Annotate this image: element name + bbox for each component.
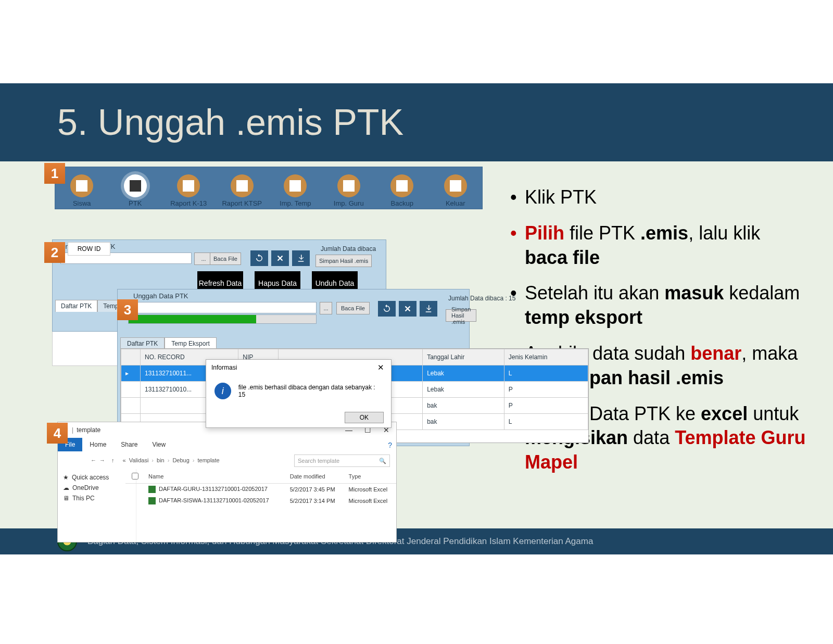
dialog-body: i file .emis berhasil dibaca dengan data… xyxy=(206,375,391,407)
toolbar-label: Backup xyxy=(391,199,413,207)
col-date[interactable]: Date modified xyxy=(286,469,345,484)
close-icon[interactable]: ✕ xyxy=(375,363,386,372)
notebook-icon xyxy=(124,174,147,197)
progress-bar xyxy=(128,314,317,324)
select-all-checkbox[interactable] xyxy=(132,473,138,479)
cloud-icon xyxy=(390,174,413,197)
toolbar-imp-guru[interactable]: Imp. Guru xyxy=(322,166,376,210)
col-tgl: Tanggal Lahir xyxy=(423,349,504,365)
search-placeholder: Search template xyxy=(298,458,339,464)
search-input[interactable]: Search template 🔍 xyxy=(294,454,390,467)
breadcrumb-item[interactable]: template xyxy=(196,457,221,463)
breadcrumb-item[interactable]: Debug xyxy=(171,457,191,463)
form3-tabs: Daftar PTK Temp Eksport xyxy=(120,337,217,349)
person-icon xyxy=(337,174,360,197)
book-icon xyxy=(177,174,200,197)
sidebar-this-pc[interactable]: 🖥This PC xyxy=(63,493,131,503)
simpan-button[interactable]: Simpan Hasil .emis xyxy=(446,309,476,322)
step-badge-2: 2 xyxy=(44,242,65,263)
exit-icon xyxy=(444,174,467,197)
baca-file-button[interactable]: Baca File xyxy=(210,252,241,265)
jumlah-label: Jumlah Data dibaca xyxy=(321,245,376,252)
refresh-button[interactable] xyxy=(250,250,268,266)
col-type[interactable]: Type xyxy=(345,469,396,484)
file-explorer: 📁 | template — ☐ ✕ File Home Share View … xyxy=(57,422,397,542)
ribbon-menu: File Home Share View xyxy=(58,438,173,451)
step-badge-4: 4 xyxy=(47,423,68,444)
book-icon xyxy=(231,174,254,197)
toolbar-raport-k13[interactable]: Raport K-13 xyxy=(162,166,216,210)
toolbar-label: Raport K-13 xyxy=(170,199,207,207)
tab-daftar-ptk[interactable]: Daftar PTK xyxy=(55,300,97,312)
bullet-item: Setelah itu akan masuk kedalam temp eksp… xyxy=(510,281,807,330)
bullet-item: Klik PTK xyxy=(510,185,807,210)
jumlah-label: Jumlah Data dibaca : 15 xyxy=(448,295,537,302)
step-badge-3: 3 xyxy=(117,299,138,320)
progress-fill xyxy=(129,315,256,323)
dialog-title: Informasi xyxy=(211,364,237,371)
delete-button[interactable] xyxy=(399,301,416,317)
app-toolbar: Siswa PTK Raport K-13 Raport KTSP Imp. T… xyxy=(55,167,483,209)
delete-button[interactable] xyxy=(271,250,289,266)
toolbar-imp-temp[interactable]: Imp. Temp xyxy=(269,166,322,210)
col-jk: Jenis Kelamin xyxy=(504,349,588,365)
menu-home[interactable]: Home xyxy=(82,441,113,448)
pc-icon: 🖥 xyxy=(63,495,69,502)
page: 5. Unggah .emis PTK 1 2 3 4 Siswa PTK Ra… xyxy=(0,0,833,644)
breadcrumb[interactable]: ←→↑ « Validasi› bin› Debug› template xyxy=(89,454,221,466)
baca-file-button[interactable]: Baca File xyxy=(336,302,370,314)
content-area: 1 2 3 4 Siswa PTK Raport K-13 Raport KTS… xyxy=(0,161,833,528)
toolbar-label: Imp. Guru xyxy=(334,199,364,207)
form3-title: Unggah Data PTK xyxy=(133,292,188,300)
excel-icon xyxy=(148,497,156,504)
toolbar-keluar[interactable]: Keluar xyxy=(429,166,483,210)
info-icon: i xyxy=(214,383,231,399)
list-header-row: Name Date modified Type xyxy=(125,469,396,484)
download-button[interactable] xyxy=(292,250,310,266)
file-list: Name Date modified Type DAFTAR-GURU-1311… xyxy=(125,469,396,542)
tab-temp-eksport[interactable]: Temp Eksport xyxy=(165,337,216,349)
excel-icon xyxy=(148,486,156,493)
toolbar-backup[interactable]: Backup xyxy=(375,166,429,210)
col-name[interactable]: Name xyxy=(144,469,286,484)
slide: 5. Unggah .emis PTK 1 2 3 4 Siswa PTK Ra… xyxy=(0,83,833,554)
menu-view[interactable]: View xyxy=(145,441,173,448)
help-icon[interactable]: ? xyxy=(388,441,392,449)
pencil-icon xyxy=(70,174,93,197)
toolbar-label: Raport KTSP xyxy=(222,199,262,207)
star-icon: ★ xyxy=(63,474,69,481)
file-row[interactable]: DAFTAR-GURU-131132710001-020520175/2/201… xyxy=(125,484,396,496)
rowid-header: ROW ID xyxy=(68,242,110,256)
sidebar-quick-access[interactable]: ★Quick access xyxy=(63,472,131,483)
info-dialog: Informasi ✕ i file .emis berhasil dibaca… xyxy=(206,359,392,428)
title-bar: 5. Unggah .emis PTK xyxy=(0,83,833,161)
dialog-titlebar: Informasi ✕ xyxy=(206,360,391,375)
tab-daftar-ptk[interactable]: Daftar PTK xyxy=(120,337,165,349)
upload-icon xyxy=(284,174,307,197)
menu-share[interactable]: Share xyxy=(113,441,145,448)
file-row[interactable]: DAFTAR-SISWA-131132710001-020520175/2/20… xyxy=(125,495,396,507)
explorer-sidebar: ★Quick access ☁OneDrive 🖥This PC xyxy=(58,469,136,542)
file-path-input[interactable] xyxy=(128,302,317,313)
ok-button[interactable]: OK xyxy=(345,412,384,423)
toolbar-label: Siswa xyxy=(73,199,91,207)
step-badge-1: 1 xyxy=(44,163,65,184)
refresh-button[interactable] xyxy=(378,301,396,317)
window-title: template xyxy=(77,426,100,434)
toolbar-ptk[interactable]: PTK xyxy=(109,166,162,210)
col-marker xyxy=(121,349,141,365)
download-button[interactable] xyxy=(420,301,437,317)
toolbar-label: Imp. Temp xyxy=(280,199,311,207)
toolbar-label: PTK xyxy=(129,199,142,207)
slide-title: 5. Unggah .emis PTK xyxy=(57,102,403,143)
browse-button[interactable]: ... xyxy=(320,302,332,314)
dialog-message: file .emis berhasil dibaca dengan data s… xyxy=(238,384,383,398)
search-icon: 🔍 xyxy=(379,458,386,464)
simpan-button[interactable]: Simpan Hasil .emis xyxy=(315,255,372,267)
bullet-item: Pilih file PTK .emis, lalu klik baca fil… xyxy=(510,221,807,270)
breadcrumb-item[interactable]: Validasi xyxy=(128,457,150,463)
toolbar-raport-ktsp[interactable]: Raport KTSP xyxy=(216,166,269,210)
breadcrumb-item[interactable]: bin xyxy=(155,457,166,463)
cloud-icon: ☁ xyxy=(63,484,69,491)
sidebar-onedrive[interactable]: ☁OneDrive xyxy=(63,483,131,493)
